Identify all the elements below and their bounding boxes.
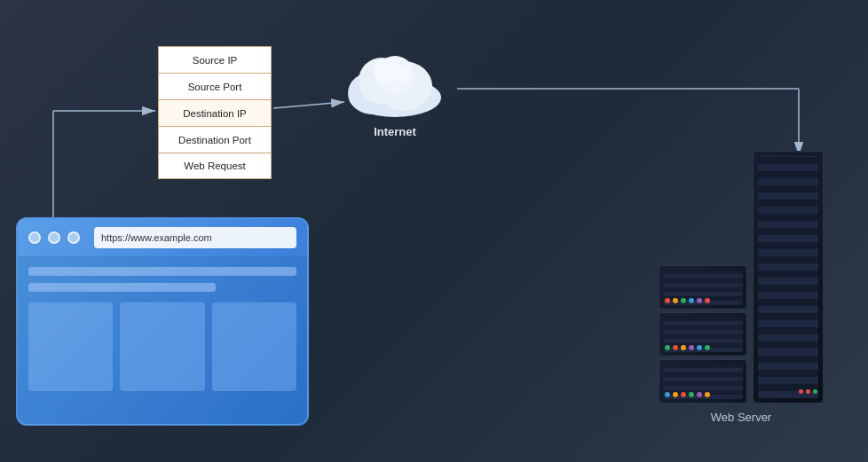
cloud-container: Internet (337, 49, 453, 138)
browser-panels (28, 302, 296, 391)
browser-panel-1 (28, 302, 113, 391)
svg-point-13 (392, 65, 410, 82)
packet-row-source-port: Source Port (158, 73, 272, 99)
packet-row-web-request: Web Request (158, 153, 272, 179)
browser-dot-3 (67, 231, 80, 244)
browser-address-bar: https://www.example.com (94, 227, 296, 248)
browser-panel-2 (120, 302, 204, 391)
browser-content-line-1 (28, 267, 296, 276)
packet-row-source-ip: Source IP (158, 46, 272, 73)
packet-row-destination-ip: Destination IP (158, 99, 272, 126)
svg-line-4 (273, 102, 344, 108)
browser-window: https://www.example.com (16, 217, 309, 426)
packet-row-destination-port: Destination Port (158, 126, 272, 153)
cloud-label: Internet (374, 125, 416, 138)
browser-dot-2 (48, 231, 60, 244)
server-label: Web Server (711, 411, 771, 424)
browser-titlebar: https://www.example.com (18, 219, 307, 256)
server-container: Web Server (659, 151, 824, 424)
browser-dot-1 (28, 231, 41, 244)
browser-panel-3 (212, 302, 296, 391)
packet-info-box: Source IP Source Port Destination IP Des… (158, 46, 272, 179)
browser-content-line-2 (28, 283, 216, 292)
cloud-icon (337, 49, 453, 120)
server-rack (659, 151, 824, 403)
browser-content (18, 256, 307, 402)
browser-url: https://www.example.com (101, 232, 212, 243)
